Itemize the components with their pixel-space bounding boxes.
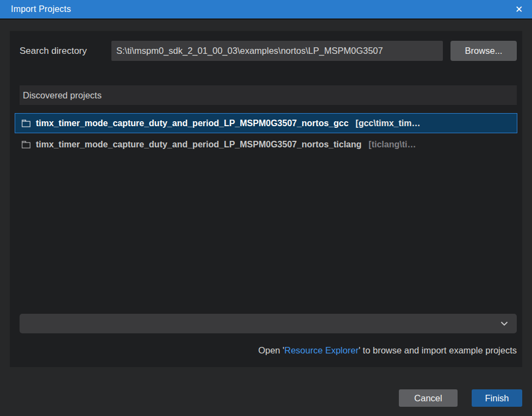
close-icon: ✕ (515, 4, 523, 15)
project-name: timx_timer_mode_capture_duty_and_period_… (36, 140, 361, 150)
resource-explorer-link[interactable]: Resource Explorer (284, 345, 359, 355)
folder-icon (21, 140, 31, 150)
dialog-content-panel: Search directory Browse... Discovered pr… (10, 31, 522, 367)
hint-prefix: Open ' (258, 345, 284, 355)
discovered-projects-header: Discovered projects (20, 85, 517, 105)
finish-button[interactable]: Finish (472, 389, 522, 407)
search-directory-input[interactable] (111, 41, 443, 61)
search-directory-label: Search directory (20, 41, 87, 61)
cancel-button[interactable]: Cancel (399, 389, 458, 407)
project-list-item-ticlang[interactable]: timx_timer_mode_capture_duty_and_period_… (15, 134, 517, 154)
device-dropdown[interactable] (20, 314, 517, 333)
close-button[interactable]: ✕ (506, 0, 532, 18)
hint-suffix: ' to browse and import example projects (359, 345, 517, 355)
resource-explorer-hint: Open 'Resource Explorer' to browse and i… (258, 343, 517, 357)
browse-button[interactable]: Browse... (450, 41, 517, 61)
project-detail: [gcc\timx_tim… (355, 119, 420, 128)
folder-icon (21, 119, 31, 128)
dialog-title: Import Projects (0, 4, 71, 14)
dialog-titlebar: Import Projects ✕ (0, 0, 532, 20)
project-detail: [ticlang\ti… (368, 140, 416, 150)
project-list-item-gcc[interactable]: timx_timer_mode_capture_duty_and_period_… (15, 113, 517, 133)
project-name: timx_timer_mode_capture_duty_and_period_… (36, 119, 348, 128)
chevron-down-icon (498, 318, 510, 330)
